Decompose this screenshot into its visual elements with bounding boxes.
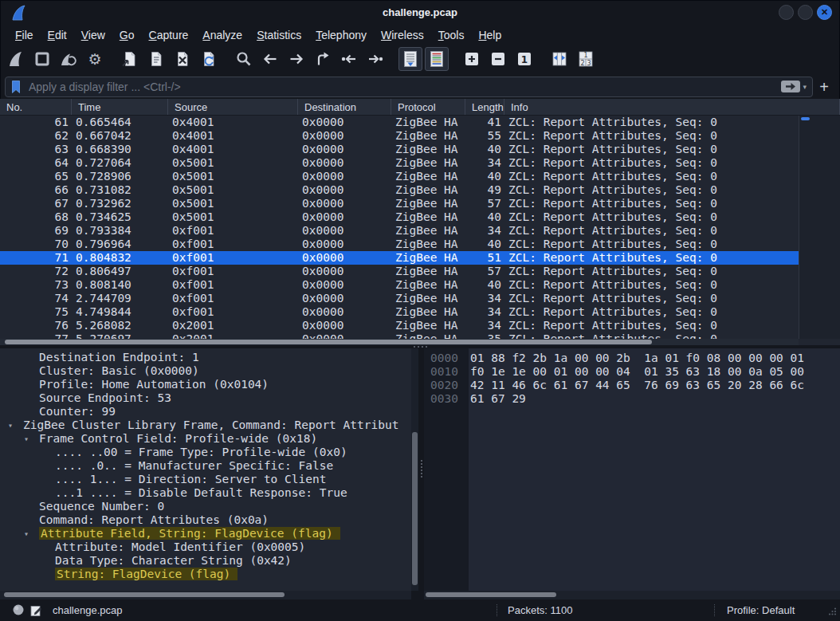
detail-line-9[interactable]: .... 1... = Direction: Server to Client (0, 473, 411, 486)
packet-row-76[interactable]: 765.2680820x20010x0000ZigBee HA34ZCL: Re… (0, 319, 799, 332)
menu-file[interactable]: File (8, 27, 41, 43)
menu-wireless[interactable]: Wireless (374, 27, 431, 43)
packet-row-73[interactable]: 730.8081400xf0010x0000ZigBee HA40ZCL: Re… (0, 278, 799, 292)
add-filter-button[interactable]: + (813, 77, 835, 97)
apply-filter-button[interactable] (781, 81, 800, 92)
hex-bytes[interactable]: 61 67 29 (470, 392, 526, 405)
menu-edit[interactable]: Edit (41, 27, 74, 43)
capture-start-button[interactable] (4, 47, 28, 71)
expand-arrow-icon[interactable]: ▾ (24, 432, 29, 446)
details-vertical-scrollbar[interactable] (411, 348, 418, 591)
menu-statistics[interactable]: Statistics (249, 27, 308, 43)
file-open-button[interactable] (118, 47, 142, 71)
detail-line-4[interactable]: Counter: 99 (0, 405, 411, 419)
zoom-in-button[interactable] (460, 47, 484, 71)
file-reload-button[interactable] (197, 47, 221, 71)
packet-row-70[interactable]: 700.7969640xf0010x0000ZigBee HA40ZCL: Re… (0, 238, 799, 251)
hex-row-0020[interactable]: 002042 11 46 6c 61 67 44 65 76 69 63 65 … (424, 379, 840, 392)
column-header-destination[interactable]: Destination (298, 99, 391, 115)
detail-line-13[interactable]: ▾Attribute Field, String: FlagDevice (fl… (0, 527, 411, 540)
packet-row-64[interactable]: 640.7270640x50010x0000ZigBee HA34ZCL: Re… (0, 156, 799, 170)
menu-help[interactable]: Help (471, 27, 508, 43)
capture-restart-button[interactable] (57, 47, 80, 71)
capture-comment-icon[interactable] (30, 604, 43, 619)
file-save-button[interactable] (144, 47, 168, 71)
detail-line-0[interactable]: Destination Endpoint: 1 (0, 351, 411, 364)
packet-row-61[interactable]: 610.6654640x40010x0000ZigBee HA41ZCL: Re… (0, 116, 799, 129)
packet-row-75[interactable]: 754.7498440xf0010x0000ZigBee HA34ZCL: Re… (0, 305, 799, 319)
packet-row-66[interactable]: 660.7310820x50010x0000ZigBee HA49ZCL: Re… (0, 183, 799, 197)
detail-line-6[interactable]: ▾Frame Control Field: Profile-wide (0x18… (0, 432, 411, 446)
expert-info-icon[interactable] (13, 604, 24, 618)
filter-dropdown-caret[interactable]: ▾ (803, 83, 807, 91)
go-first-button[interactable] (337, 47, 361, 71)
capture-stop-button[interactable] (30, 47, 54, 71)
column-header-source[interactable]: Source (168, 99, 298, 115)
details-hscroll-thumb[interactable] (4, 592, 285, 597)
find-packet-button[interactable] (232, 47, 256, 71)
menu-capture[interactable]: Capture (142, 27, 196, 43)
profile-label[interactable]: Profile: Default (727, 599, 795, 621)
display-filter-field[interactable]: ▾ (5, 77, 813, 97)
column-header-length[interactable]: Length (465, 99, 504, 115)
detail-line-15[interactable]: Data Type: Character String (0x42) (0, 554, 411, 568)
detail-line-14[interactable]: Attribute: Model Identifier (0x0005) (0, 540, 411, 554)
packet-list-vertical-scrollbar[interactable] (799, 116, 840, 339)
packet-row-77[interactable]: 775.2706970x20010x0000ZigBee HA35ZCL: Re… (0, 332, 799, 339)
resize-columns-button[interactable] (548, 47, 571, 71)
detail-line-3[interactable]: Source Endpoint: 53 (0, 391, 411, 405)
zoom-100-button[interactable]: 1 (512, 47, 536, 71)
detail-line-16[interactable]: String: FlagDevice (flag) (0, 568, 411, 581)
packet-row-65[interactable]: 650.7289060x50010x0000ZigBee HA40ZCL: Re… (0, 170, 799, 183)
capture-options-button[interactable]: ⚙ (83, 47, 107, 71)
hex-bytes[interactable]: 01 88 f2 2b 1a 00 00 2b 1a 01 f0 08 00 0… (470, 352, 804, 364)
minimize-button[interactable] (779, 5, 794, 20)
menu-tools[interactable]: Tools (431, 27, 472, 43)
expand-arrow-icon[interactable]: ▾ (8, 419, 13, 432)
edit-columns-button[interactable]: 123 (574, 47, 598, 71)
hex-horizontal-scrollbar[interactable] (424, 591, 840, 599)
detail-line-7[interactable]: .... ..00 = Frame Type: Profile-wide (0x… (0, 446, 411, 459)
detail-line-12[interactable]: Command: Report Attributes (0x0a) (0, 513, 411, 527)
hex-hscroll-thumb[interactable] (426, 592, 556, 597)
packet-list-horizontal-scrollbar[interactable] (0, 339, 799, 345)
packet-row-71[interactable]: 710.8048320xf0010x0000ZigBee HA51ZCL: Re… (0, 251, 799, 265)
packet-row-63[interactable]: 630.6683900x40010x0000ZigBee HA40ZCL: Re… (0, 143, 799, 156)
detail-line-5[interactable]: ▾ZigBee Cluster Library Frame, Command: … (0, 419, 411, 432)
details-horizontal-scrollbar[interactable] (0, 591, 411, 599)
horizontal-scrollbar-thumb[interactable] (5, 340, 652, 344)
go-forward-button[interactable] (285, 47, 308, 71)
packet-row-67[interactable]: 670.7329620x50010x0000ZigBee HA57ZCL: Re… (0, 197, 799, 210)
go-back-button[interactable] (258, 47, 282, 71)
hex-row-0030[interactable]: 003061 67 29 (424, 392, 840, 406)
packet-row-62[interactable]: 620.6670420x40010x0000ZigBee HA55ZCL: Re… (0, 129, 799, 143)
column-header-protocol[interactable]: Protocol (391, 99, 465, 115)
hex-bytes[interactable]: f0 1e 1e 00 01 00 00 04 01 35 63 18 00 0… (470, 365, 804, 378)
go-last-button[interactable] (363, 47, 387, 71)
go-to-packet-button[interactable] (311, 47, 335, 71)
detail-line-1[interactable]: Cluster: Basic (0x0000) (0, 364, 411, 378)
detail-line-2[interactable]: Profile: Home Automation (0x0104) (0, 378, 411, 391)
menu-analyze[interactable]: Analyze (195, 27, 249, 43)
maximize-button[interactable] (798, 5, 813, 20)
packet-row-69[interactable]: 690.7933840xf0010x0000ZigBee HA34ZCL: Re… (0, 224, 799, 238)
detail-line-8[interactable]: .... .0.. = Manufacturer Specific: False (0, 459, 411, 473)
expand-arrow-icon[interactable]: ▾ (24, 527, 29, 540)
auto-scroll-button[interactable] (398, 47, 422, 71)
details-vscroll-thumb[interactable] (412, 432, 418, 585)
bookmark-icon[interactable] (10, 79, 22, 95)
titlebar[interactable]: challenge.pcap ✕ (0, 0, 840, 26)
column-header-no[interactable]: No. (0, 99, 72, 115)
hex-row-0000[interactable]: 000001 88 f2 2b 1a 00 00 2b 1a 01 f0 08 … (424, 352, 840, 365)
packet-row-74[interactable]: 742.7447090xf0010x0000ZigBee HA34ZCL: Re… (0, 292, 799, 305)
details-hex-splitter[interactable] (418, 348, 424, 599)
menu-view[interactable]: View (74, 27, 112, 43)
vertical-scrollbar-thumb[interactable] (801, 117, 810, 120)
packet-row-72[interactable]: 720.8064970xf0010x0000ZigBee HA57ZCL: Re… (0, 265, 799, 278)
zoom-out-button[interactable] (486, 47, 510, 71)
packet-row-68[interactable]: 680.7346250x50010x0000ZigBee HA40ZCL: Re… (0, 210, 799, 224)
detail-line-10[interactable]: ...1 .... = Disable Default Response: Tr… (0, 486, 411, 500)
colorize-button[interactable] (425, 47, 449, 71)
file-close-button[interactable] (171, 47, 194, 71)
menu-go[interactable]: Go (112, 27, 142, 43)
